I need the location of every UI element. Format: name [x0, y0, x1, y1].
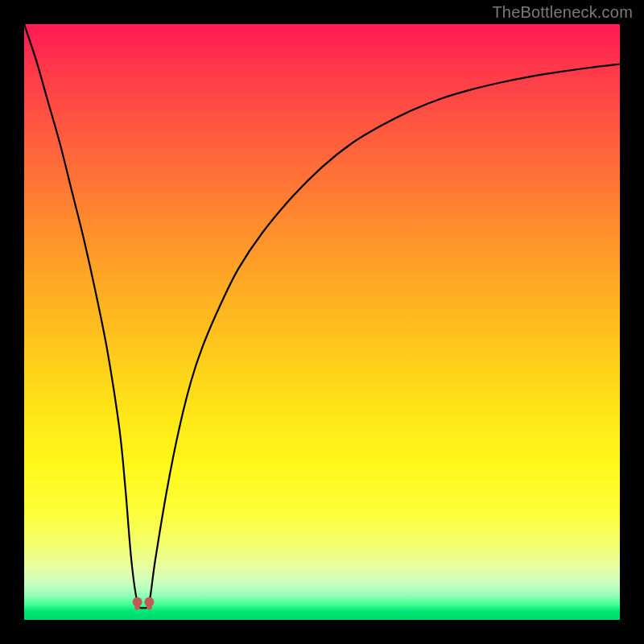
plot-area [24, 24, 620, 620]
bottleneck-curve [24, 24, 620, 608]
min-marker-left-stem [134, 602, 140, 610]
min-marker-right-stem [147, 602, 152, 610]
chart-frame: TheBottleneck.com [0, 0, 644, 644]
curve-layer [24, 24, 620, 620]
watermark: TheBottleneck.com [492, 3, 633, 22]
